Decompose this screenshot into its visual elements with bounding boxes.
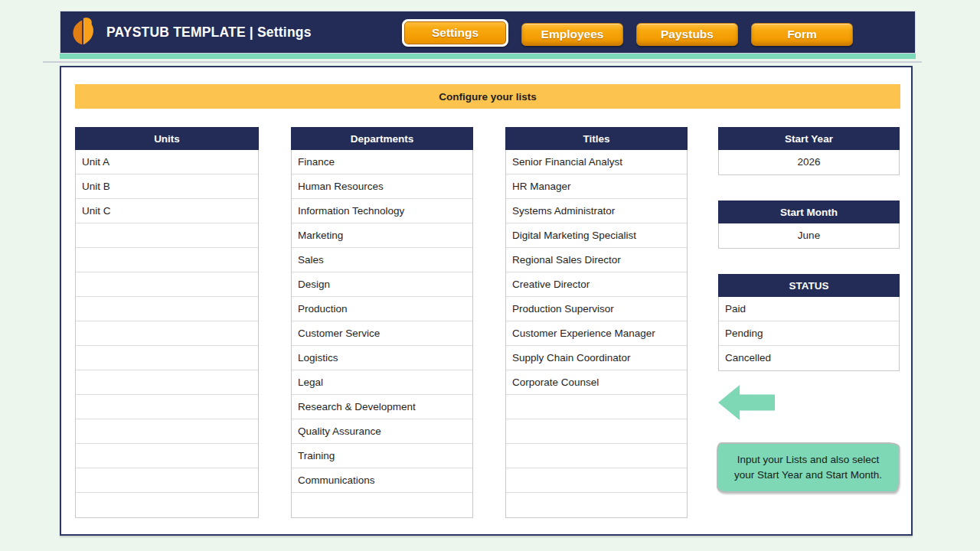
nav-tab-settings[interactable]: Settings	[402, 19, 508, 47]
paystub-logo-icon	[68, 16, 97, 48]
status-cell[interactable]: Cancelled	[719, 346, 899, 370]
titles-cell[interactable]: Regional Sales Director	[506, 248, 687, 272]
titles-cell[interactable]	[506, 468, 687, 493]
departments-cell[interactable]: Marketing	[292, 223, 472, 248]
titles-cell[interactable]: Production Supervisor	[506, 297, 687, 321]
start-year-header: Start Year	[718, 127, 900, 150]
nav-tab-paystubs[interactable]: Paystubs	[636, 23, 738, 46]
units-cell[interactable]	[76, 223, 258, 248]
titles-list: Titles Senior Financial AnalystHR Manage…	[505, 127, 688, 518]
start-year-block: Start Year 2026	[718, 127, 900, 175]
status-header: STATUS	[718, 274, 900, 297]
titles-cell[interactable]: Digital Marketing Specialist	[506, 223, 687, 248]
header-accent-strip	[60, 54, 916, 59]
units-cell[interactable]	[76, 248, 258, 272]
departments-cell[interactable]: Research & Development	[292, 395, 472, 419]
page-title: PAYSTUB TEMPLATE | Settings	[106, 24, 312, 41]
titles-cell[interactable]: Systems Administrator	[506, 199, 687, 223]
start-year-value[interactable]: 2026	[719, 150, 899, 174]
units-cell[interactable]	[76, 297, 258, 321]
titles-cell[interactable]	[506, 493, 687, 517]
titles-cell[interactable]	[506, 419, 687, 444]
status-block: STATUS PaidPendingCancelled	[718, 274, 900, 371]
status-cell[interactable]: Pending	[719, 321, 899, 346]
departments-cell[interactable]	[292, 493, 472, 517]
departments-cell[interactable]: Production	[292, 297, 472, 321]
departments-cell[interactable]: Communications	[292, 468, 472, 493]
units-cell[interactable]	[76, 272, 258, 297]
units-header: Units	[75, 127, 259, 150]
units-cell[interactable]	[76, 468, 258, 493]
units-list: Units Unit AUnit BUnit C	[75, 127, 259, 518]
content-panel: Configure your lists Units Unit AUnit BU…	[60, 66, 913, 536]
units-cell[interactable]	[76, 395, 258, 419]
units-cell[interactable]: Unit B	[76, 174, 258, 199]
configure-lists-banner: Configure your lists	[75, 84, 900, 109]
departments-cell[interactable]: Customer Service	[292, 321, 472, 346]
departments-cell[interactable]: Training	[292, 444, 472, 468]
start-month-header: Start Month	[718, 201, 900, 223]
start-month-value[interactable]: June	[719, 223, 899, 248]
departments-cell[interactable]: Design	[292, 272, 472, 297]
titles-cell[interactable]: Customer Experience Manager	[506, 321, 687, 346]
departments-list-body: FinanceHuman ResourcesInformation Techno…	[291, 150, 473, 518]
units-cell[interactable]: Unit C	[76, 199, 258, 223]
header-divider	[43, 61, 922, 63]
status-cell[interactable]: Paid	[719, 297, 899, 321]
nav-tabs: Settings Employees Paystubs Form	[402, 21, 853, 47]
titles-cell[interactable]: HR Manager	[506, 174, 687, 199]
units-cell[interactable]	[76, 370, 258, 395]
departments-cell[interactable]: Finance	[292, 150, 472, 174]
titles-list-body: Senior Financial AnalystHR ManagerSystem…	[505, 150, 688, 518]
units-cell[interactable]	[76, 493, 258, 517]
departments-cell[interactable]: Quality Assurance	[292, 419, 472, 444]
app-header: PAYSTUB TEMPLATE | Settings Settings Emp…	[60, 11, 916, 54]
units-cell[interactable]	[76, 346, 258, 370]
titles-cell[interactable]: Creative Director	[506, 272, 687, 297]
titles-cell[interactable]	[506, 444, 687, 468]
departments-cell[interactable]: Information Technology	[292, 199, 472, 223]
nav-tab-employees[interactable]: Employees	[521, 23, 623, 46]
departments-cell[interactable]: Sales	[292, 248, 472, 272]
units-cell[interactable]: Unit A	[76, 150, 258, 174]
titles-cell[interactable]	[506, 395, 687, 419]
units-list-body: Unit AUnit BUnit C	[75, 150, 259, 518]
titles-header: Titles	[505, 127, 688, 150]
units-cell[interactable]	[76, 444, 258, 468]
departments-cell[interactable]: Human Resources	[292, 174, 472, 199]
status-list-body: PaidPendingCancelled	[718, 297, 900, 371]
left-arrow-icon	[718, 385, 775, 420]
departments-cell[interactable]: Logistics	[292, 346, 472, 370]
nav-tab-form[interactable]: Form	[751, 23, 853, 46]
instruction-note: Input your Lists and also select your St…	[717, 442, 900, 493]
units-cell[interactable]	[76, 419, 258, 444]
departments-cell[interactable]: Legal	[292, 370, 472, 395]
departments-list: Departments FinanceHuman ResourcesInform…	[291, 127, 473, 518]
titles-cell[interactable]: Supply Chain Coordinator	[506, 346, 687, 370]
start-month-block: Start Month June	[718, 201, 900, 249]
departments-header: Departments	[291, 127, 473, 150]
units-cell[interactable]	[76, 321, 258, 346]
titles-cell[interactable]: Corporate Counsel	[506, 370, 687, 395]
titles-cell[interactable]: Senior Financial Analyst	[506, 150, 687, 174]
